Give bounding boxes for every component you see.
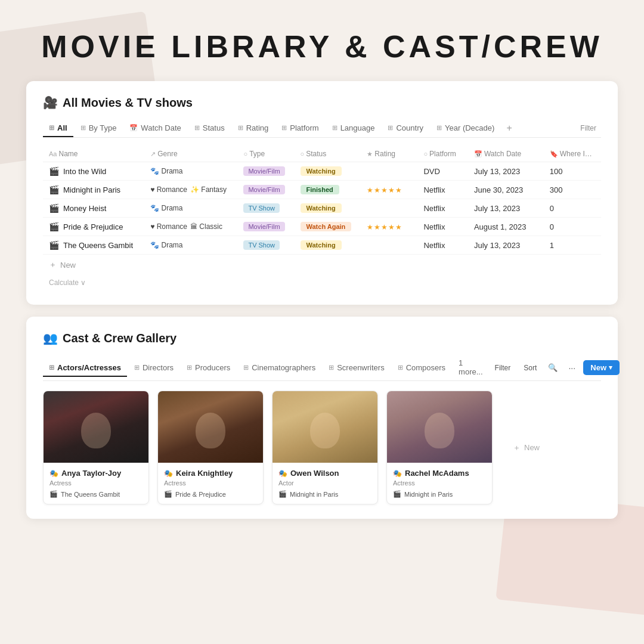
person-icon: 🎭 xyxy=(164,469,173,478)
cell-type: TV Show xyxy=(237,199,294,218)
person-icon: 🎭 xyxy=(49,469,58,478)
movies-tabs: ⊞ All ⊞ By Type 📅 Watch Date ⊞ Status ⊞ … xyxy=(43,119,601,138)
new-movie-label: New xyxy=(60,261,76,270)
table-row[interactable]: 🎬 Into the Wild 🐾 Drama Movie/Film Watch… xyxy=(43,162,601,181)
cell-watchdate: July 13, 2023 xyxy=(468,162,544,181)
tab-more-label: 1 more... xyxy=(459,358,482,376)
add-movie-button[interactable]: ＋ New xyxy=(43,255,601,275)
actor-role: Actress xyxy=(164,479,257,487)
tab-rating-label: Rating xyxy=(246,123,269,132)
cast-title: Cast & Crew Gallery xyxy=(63,332,177,345)
card-info: 🎭 Owen Wilson Actor 🎬 Midnight in Paris xyxy=(273,463,377,504)
cell-rating xyxy=(361,199,417,218)
cell-type: Movie/Film xyxy=(237,162,294,181)
add-cast-button[interactable]: ＋New xyxy=(501,431,552,465)
tab-bytype-label: By Type xyxy=(89,123,117,132)
tab-composers-label: Composers xyxy=(406,363,445,372)
cast-card[interactable]: 🎭 Keira Knightley Actress 🎬 Pride & Prej… xyxy=(157,391,264,504)
tab-more[interactable]: 1 more... xyxy=(453,355,488,381)
col-header-name: Aa Name xyxy=(43,146,144,162)
tab-watchdate-label: Watch Date xyxy=(141,123,181,132)
tab-screenwriters[interactable]: ⊞ Screenwriters xyxy=(323,360,390,377)
tab-platform-label: Platform xyxy=(290,123,318,132)
cast-icon: 👥 xyxy=(43,331,58,345)
cell-genre: 🐾 Drama xyxy=(144,162,237,181)
cast-sort-button[interactable]: Sort xyxy=(519,361,541,374)
actor-role: Actress xyxy=(49,479,143,487)
tab-language[interactable]: ⊞ Language xyxy=(326,120,381,137)
tab-all[interactable]: ⊞ All xyxy=(43,120,73,137)
cast-gallery: 🎭 Anya Taylor-Joy Actress 🎬 The Queens G… xyxy=(43,391,601,504)
cast-card[interactable]: 🎭 Owen Wilson Actor 🎬 Midnight in Paris xyxy=(272,391,378,504)
cast-card[interactable]: 🎭 Rachel McAdams Actress 🎬 Midnight in P… xyxy=(386,391,493,504)
tab-directors[interactable]: ⊞ Directors xyxy=(128,360,179,377)
cell-type: TV Show xyxy=(237,236,294,255)
actor-movie: 🎬 Midnight in Paris xyxy=(393,490,486,498)
table-row[interactable]: 🎬 Pride & Prejudice ♥ Romance 🏛 Classic … xyxy=(43,218,601,236)
cell-where: 100 xyxy=(544,162,601,181)
tab-actors[interactable]: ⊞ Actors/Actresses xyxy=(43,360,127,377)
tab-rating[interactable]: ⊞ Rating xyxy=(232,120,275,137)
tab-bytype[interactable]: ⊞ By Type xyxy=(75,120,123,137)
tab-platform[interactable]: ⊞ Platform xyxy=(275,120,324,137)
tab-country[interactable]: ⊞ Country xyxy=(382,120,429,137)
cell-status: Watching xyxy=(295,236,361,255)
table-row[interactable]: 🎬 The Queens Gambit 🐾 Drama TV Show Watc… xyxy=(43,236,601,255)
actor-photo xyxy=(44,391,148,463)
tab-producers[interactable]: ⊞ Producers xyxy=(181,360,236,377)
tab-directors-label: Directors xyxy=(143,363,174,372)
cell-platform: Netflix xyxy=(417,218,468,236)
cell-name: 🎬 Into the Wild xyxy=(43,162,144,181)
cell-genre: ♥ Romance ✨ Fantasy xyxy=(144,181,237,199)
col-header-platform: ○ Platform xyxy=(417,146,468,162)
tab-add-button[interactable]: + xyxy=(501,119,516,137)
cast-card[interactable]: 🎭 Anya Taylor-Joy Actress 🎬 The Queens G… xyxy=(43,391,149,504)
cell-watchdate: July 13, 2023 xyxy=(468,236,544,255)
cell-watchdate: June 30, 2023 xyxy=(468,181,544,199)
cell-platform: Netflix xyxy=(417,199,468,218)
actor-role: Actress xyxy=(393,479,486,487)
col-header-where: 🔖 Where I… xyxy=(544,146,601,162)
table-row[interactable]: 🎬 Money Heist 🐾 Drama TV Show Watching N… xyxy=(43,199,601,218)
cell-status: Finished xyxy=(295,181,361,199)
tab-status[interactable]: ⊞ Status xyxy=(188,120,231,137)
movies-section-header: 🎥 All Movies & TV shows xyxy=(43,95,601,110)
col-header-rating: ★ Rating xyxy=(361,146,417,162)
tab-status-label: Status xyxy=(203,123,225,132)
tab-decade-label: Year (Decade) xyxy=(445,123,494,132)
cell-where: 0 xyxy=(544,218,601,236)
cast-search-button[interactable]: 🔍 xyxy=(545,360,561,376)
cell-name: 🎬 Pride & Prejudice xyxy=(43,218,144,236)
card-info: 🎭 Rachel McAdams Actress 🎬 Midnight in P… xyxy=(387,463,492,504)
actor-movie: 🎬 Midnight in Paris xyxy=(278,490,371,498)
cell-name: 🎬 Money Heist xyxy=(43,199,144,218)
calculate-button[interactable]: Calculate ∨ xyxy=(43,275,601,290)
cell-name: 🎬 Midnight in Paris xyxy=(43,181,144,199)
actor-name: Keira Knightley xyxy=(176,469,233,478)
cell-status: Watching xyxy=(295,162,361,181)
tab-all-icon: ⊞ xyxy=(49,124,54,132)
tab-watchdate[interactable]: 📅 Watch Date xyxy=(123,120,187,137)
cast-tabs: ⊞ Actors/Actresses ⊞ Directors ⊞ Produce… xyxy=(43,355,601,381)
actor-name: Rachel McAdams xyxy=(405,469,469,478)
tab-cinematographers[interactable]: ⊞ Cinematographers xyxy=(237,360,321,377)
tab-composers[interactable]: ⊞ Composers xyxy=(392,360,451,377)
cast-new-button[interactable]: New ▾ xyxy=(583,360,620,375)
cell-type: Movie/Film xyxy=(237,181,294,199)
actor-photo xyxy=(387,391,492,463)
col-header-watchdate: 📅 Watch Date xyxy=(468,146,544,162)
filter-button[interactable]: Filter xyxy=(575,120,601,136)
cast-filter-button[interactable]: Filter xyxy=(490,361,516,374)
cell-rating xyxy=(361,162,417,181)
movies-icon: 🎥 xyxy=(43,95,58,110)
table-row[interactable]: 🎬 Midnight in Paris ♥ Romance ✨ Fantasy … xyxy=(43,181,601,199)
cell-genre: 🐾 Drama xyxy=(144,236,237,255)
tab-actors-label: Actors/Actresses xyxy=(57,363,121,372)
actor-role: Actor xyxy=(278,479,371,487)
cell-type: Movie/Film xyxy=(237,218,294,236)
tab-decade[interactable]: ⊞ Year (Decade) xyxy=(431,120,500,137)
cell-rating: ★★★★★ xyxy=(361,181,417,199)
cast-more-button[interactable]: ··· xyxy=(564,360,580,376)
cell-where: 300 xyxy=(544,181,601,199)
tab-all-label: All xyxy=(57,123,67,132)
